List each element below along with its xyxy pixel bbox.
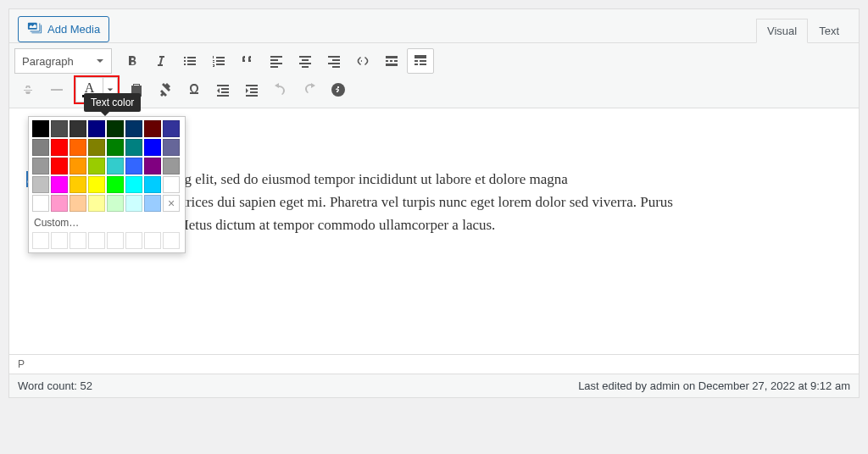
color-swatch[interactable]: [70, 158, 86, 174]
word-count-value: 52: [80, 379, 92, 392]
last-edited: Last edited by admin on December 27, 202…: [578, 379, 850, 392]
bullet-list-button[interactable]: [176, 48, 203, 74]
paragraph-text[interactable]: usto nec ultrices dui sapien eget mi. Ph…: [120, 194, 673, 210]
clear-formatting-button[interactable]: [152, 77, 179, 102]
link-button[interactable]: [349, 48, 376, 74]
color-swatch[interactable]: [144, 120, 161, 137]
custom-color-slot[interactable]: [51, 232, 68, 249]
color-swatch[interactable]: [88, 195, 105, 212]
color-swatch[interactable]: [32, 120, 49, 137]
text-color-letter-icon: A: [85, 82, 95, 94]
strikethrough-button[interactable]: [14, 77, 42, 102]
paragraph-text[interactable]: us. Metus dictum at tempor commodo ullam…: [156, 217, 495, 233]
colorpicker-custom-row: [32, 232, 181, 249]
color-swatch[interactable]: [144, 176, 161, 193]
redo-button[interactable]: [296, 77, 323, 102]
color-swatch[interactable]: [70, 176, 86, 193]
chevron-down-icon: [107, 86, 114, 93]
color-swatch[interactable]: [107, 120, 124, 137]
add-media-button[interactable]: Add Media: [18, 16, 109, 42]
color-swatch[interactable]: [88, 139, 105, 156]
editor-mode-tabs: Visual Text: [756, 19, 850, 42]
chevron-down-icon: [96, 55, 104, 68]
horizontal-rule-button[interactable]: [43, 77, 70, 102]
editor-top-bar: Add Media Visual Text: [9, 9, 859, 42]
color-swatch[interactable]: [107, 195, 124, 212]
color-swatch[interactable]: [51, 195, 68, 212]
align-right-button[interactable]: [320, 48, 348, 74]
element-path[interactable]: P: [9, 354, 859, 374]
color-swatch[interactable]: [51, 158, 68, 174]
color-swatch[interactable]: [163, 158, 180, 174]
blockquote-button[interactable]: [234, 48, 261, 74]
align-center-button[interactable]: [292, 48, 319, 74]
color-swatch[interactable]: [88, 120, 105, 137]
special-character-button[interactable]: [181, 77, 208, 102]
color-swatch[interactable]: [125, 195, 142, 212]
color-swatch[interactable]: [125, 120, 142, 137]
color-swatch[interactable]: [163, 139, 180, 156]
color-swatch[interactable]: [107, 158, 124, 174]
media-icon: [27, 20, 42, 38]
custom-color-slot[interactable]: [163, 232, 180, 249]
numbered-list-button[interactable]: [205, 48, 232, 74]
color-swatch[interactable]: [144, 195, 161, 212]
color-swatch[interactable]: [32, 158, 49, 174]
color-swatch-grid: ×: [32, 120, 181, 212]
editor-container: Add Media Visual Text Paragraph: [8, 8, 860, 398]
format-select[interactable]: Paragraph: [14, 48, 112, 74]
add-media-label: Add Media: [47, 23, 100, 36]
color-swatch[interactable]: [51, 176, 68, 193]
color-swatch[interactable]: [125, 139, 142, 156]
tab-text[interactable]: Text: [808, 19, 850, 42]
outdent-button[interactable]: [209, 77, 236, 102]
toolbar-toggle-button[interactable]: [407, 48, 434, 74]
color-swatch-none[interactable]: ×: [163, 195, 180, 212]
text-color-picker-panel: Text color × Custom…: [28, 116, 186, 253]
color-swatch[interactable]: [107, 139, 124, 156]
color-swatch[interactable]: [88, 176, 105, 193]
color-swatch[interactable]: [163, 120, 180, 137]
custom-color-slot[interactable]: [107, 232, 124, 249]
color-swatch[interactable]: [125, 158, 142, 174]
format-select-label: Paragraph: [22, 55, 74, 68]
color-swatch[interactable]: [70, 139, 86, 156]
color-swatch[interactable]: [51, 139, 68, 156]
color-swatch[interactable]: [144, 139, 161, 156]
color-swatch[interactable]: [70, 120, 86, 137]
colorpicker-custom-label[interactable]: Custom…: [32, 212, 181, 232]
color-swatch[interactable]: [51, 120, 68, 137]
undo-button[interactable]: [267, 77, 294, 102]
custom-color-slot[interactable]: [70, 232, 86, 249]
keyboard-shortcuts-button[interactable]: [325, 77, 352, 102]
color-swatch[interactable]: [32, 195, 49, 212]
color-swatch[interactable]: [144, 158, 161, 174]
color-swatch[interactable]: [70, 195, 86, 212]
tab-visual[interactable]: Visual: [756, 19, 808, 43]
toolbar-row-1: Paragraph: [14, 47, 854, 75]
read-more-button[interactable]: [378, 48, 405, 74]
custom-color-slot[interactable]: [144, 232, 161, 249]
bold-button[interactable]: [119, 48, 146, 74]
word-count-label: Word count:: [18, 379, 80, 392]
custom-color-slot[interactable]: [125, 232, 142, 249]
word-count: Word count: 52: [18, 379, 92, 392]
editor-status-bar: Word count: 52 Last edited by admin on D…: [9, 374, 859, 397]
editor-toolbar: Paragraph A: [9, 42, 859, 108]
color-swatch[interactable]: [125, 176, 142, 193]
align-left-button[interactable]: [263, 48, 290, 74]
color-swatch[interactable]: [88, 158, 105, 174]
italic-button[interactable]: [147, 48, 175, 74]
color-swatch[interactable]: [32, 176, 49, 193]
color-swatch[interactable]: [32, 139, 49, 156]
indent-button[interactable]: [238, 77, 265, 102]
text-color-tooltip: Text color: [84, 93, 141, 112]
custom-color-slot[interactable]: [88, 232, 105, 249]
color-swatch[interactable]: [163, 176, 180, 193]
color-swatch[interactable]: [107, 176, 124, 193]
custom-color-slot[interactable]: [32, 232, 49, 249]
